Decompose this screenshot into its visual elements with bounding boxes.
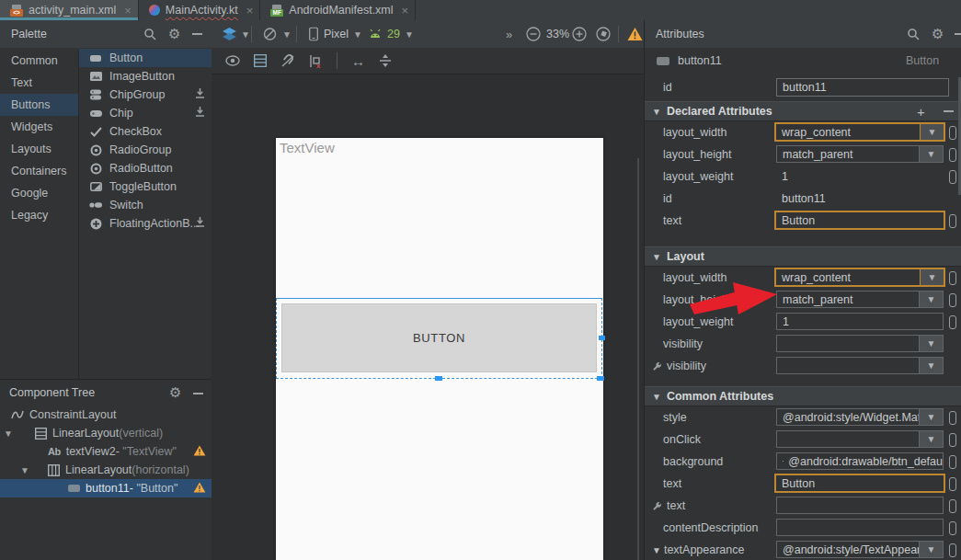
- close-icon[interactable]: ×: [402, 5, 409, 17]
- resize-handle-corner[interactable]: [597, 376, 604, 381]
- resize-handle-bottom[interactable]: [435, 376, 442, 381]
- chevron-down-icon[interactable]: ▼: [919, 291, 943, 307]
- palette-category-widgets[interactable]: Widgets: [0, 116, 78, 138]
- palette-category-containers[interactable]: Containers: [0, 160, 78, 182]
- resource-flag-icon[interactable]: [949, 455, 956, 469]
- contentdescription-input[interactable]: [776, 519, 944, 536]
- resource-flag-icon[interactable]: [949, 315, 956, 329]
- text-input[interactable]: Button: [774, 211, 945, 230]
- zoom-to-fit-icon[interactable]: [596, 27, 611, 41]
- collapse-arrow-icon[interactable]: ▼: [652, 252, 661, 262]
- zoom-out-icon[interactable]: [526, 27, 541, 41]
- tab-activity-main-xml[interactable]: <> activity_main.xml ×: [0, 0, 139, 20]
- chevron-down-icon[interactable]: ▼: [919, 146, 943, 162]
- resource-flag-icon[interactable]: [949, 271, 956, 285]
- gear-icon[interactable]: ⚙: [169, 386, 181, 400]
- id-value[interactable]: button11: [776, 189, 944, 207]
- resource-flag-icon[interactable]: [949, 411, 956, 425]
- add-attribute-button[interactable]: +: [917, 104, 925, 120]
- api-level-selector[interactable]: 29: [387, 28, 400, 40]
- section-declared-attributes[interactable]: ▼ Declared Attributes +: [645, 101, 961, 121]
- resource-flag-icon[interactable]: [949, 126, 956, 140]
- canvas-button[interactable]: BUTTON: [281, 303, 597, 372]
- resource-flag-icon[interactable]: [949, 521, 956, 535]
- remove-attribute-button[interactable]: [944, 110, 954, 112]
- resource-flag-icon[interactable]: [949, 293, 956, 307]
- resource-flag-icon[interactable]: [949, 433, 956, 447]
- text-input[interactable]: Button: [774, 474, 945, 493]
- layout-width-dropdown[interactable]: wrap_content ▼: [774, 268, 945, 287]
- palette-item-button[interactable]: Button: [79, 49, 212, 67]
- search-icon[interactable]: [907, 28, 920, 40]
- chevron-down-icon[interactable]: ▼: [919, 409, 943, 425]
- layout-height-dropdown[interactable]: match_parent ▼: [776, 145, 944, 163]
- palette-category-common[interactable]: Common: [0, 50, 78, 72]
- palette-item-imagebutton[interactable]: ImageButton: [79, 67, 212, 86]
- device-selector[interactable]: Pixel: [324, 28, 349, 40]
- selected-linearlayout-bounds[interactable]: BUTTON: [276, 298, 602, 379]
- resource-flag-icon[interactable]: [949, 170, 956, 184]
- chevron-down-icon[interactable]: ▼: [919, 336, 943, 351]
- resource-flag-icon[interactable]: [949, 214, 956, 228]
- palette-category-google[interactable]: Google: [0, 182, 78, 204]
- chevron-down-icon[interactable]: ▼: [919, 542, 943, 557]
- device-screen[interactable]: TextView BUTTON: [276, 138, 603, 560]
- design-scrollbar[interactable]: [637, 158, 639, 560]
- palette-category-layouts[interactable]: Layouts: [0, 138, 78, 160]
- resource-flag-icon[interactable]: [949, 477, 956, 491]
- chevron-down-icon[interactable]: ▼: [920, 269, 944, 285]
- palette-item-checkbox[interactable]: CheckBox: [79, 122, 212, 141]
- tools-visibility-dropdown[interactable]: ▼: [776, 357, 944, 374]
- resize-handle-right[interactable]: [599, 336, 605, 340]
- minimize-icon[interactable]: [192, 33, 202, 35]
- palette-item-floatingactionbutton[interactable]: FloatingActionB...: [79, 214, 212, 233]
- palette-item-radiogroup[interactable]: RadioGroup: [79, 141, 212, 159]
- orientation-icon[interactable]: [263, 28, 277, 41]
- tree-node-button11[interactable]: button11- "Button": [0, 479, 212, 497]
- section-layout[interactable]: ▼ Layout: [645, 246, 961, 267]
- collapse-arrow-icon[interactable]: ▼: [652, 545, 661, 555]
- section-common-attributes[interactable]: ▼ Common Attributes: [645, 386, 961, 406]
- background-input[interactable]: @android:drawable/btn_defau: [776, 452, 944, 470]
- tab-androidmanifest-xml[interactable]: MF AndroidManifest.xml ×: [260, 0, 416, 20]
- resource-flag-icon[interactable]: [949, 499, 956, 513]
- layout-weight-value[interactable]: 1: [776, 167, 944, 185]
- clear-constraints-icon[interactable]: x: [309, 54, 323, 68]
- resource-flag-icon[interactable]: [949, 543, 956, 557]
- minimize-icon[interactable]: [193, 393, 203, 394]
- collapse-arrow-icon[interactable]: ▼: [652, 107, 661, 117]
- view-options-eye-icon[interactable]: [225, 55, 240, 66]
- gear-icon[interactable]: ⚙: [168, 28, 180, 41]
- style-dropdown[interactable]: @android:style/Widget.Mat ▼: [776, 408, 944, 426]
- overflow-chevron[interactable]: »: [506, 28, 511, 41]
- tree-node-linearlayout-vertical[interactable]: ▼ LinearLayout(vertical): [0, 424, 212, 442]
- palette-item-togglebutton[interactable]: ToggleButton: [79, 177, 212, 196]
- chevron-down-icon[interactable]: ▼: [920, 124, 944, 140]
- close-icon[interactable]: ×: [246, 5, 254, 17]
- close-icon[interactable]: ×: [124, 5, 132, 17]
- autoconnect-off-magnet-icon[interactable]: [280, 54, 295, 68]
- layout-height-dropdown[interactable]: match_parent ▼: [776, 291, 944, 308]
- tools-text-input[interactable]: [776, 497, 944, 514]
- chevron-down-icon[interactable]: ▼: [241, 29, 250, 40]
- palette-item-switch[interactable]: Switch: [79, 196, 212, 214]
- onclick-dropdown[interactable]: ▼: [776, 430, 944, 448]
- gear-icon[interactable]: ⚙: [932, 28, 944, 41]
- chevron-down-icon[interactable]: ▼: [353, 29, 362, 40]
- infer-constraints-icon[interactable]: ↔: [351, 54, 365, 68]
- tab-mainactivity-kt[interactable]: MainActivity.kt ×: [139, 0, 261, 20]
- id-input[interactable]: button11: [776, 78, 949, 97]
- layout-weight-input[interactable]: 1: [776, 313, 944, 330]
- palette-item-radiobutton[interactable]: RadioButton: [79, 159, 212, 177]
- collapse-arrow-icon[interactable]: ▼: [652, 392, 661, 402]
- palette-category-legacy[interactable]: Legacy: [0, 204, 78, 226]
- palette-category-buttons[interactable]: Buttons: [0, 94, 78, 116]
- tree-node-textview2[interactable]: Ab textView2- "TextView": [0, 442, 212, 461]
- device-icon[interactable]: [309, 28, 318, 41]
- palette-item-chipgroup[interactable]: ChipGroup: [79, 86, 212, 104]
- pack-vertical-icon[interactable]: [379, 54, 392, 67]
- collapse-arrow-icon[interactable]: ▼: [20, 465, 29, 475]
- layout-width-dropdown[interactable]: wrap_content ▼: [774, 122, 945, 142]
- textappearance-dropdown[interactable]: @android:style/TextAppear ▼: [776, 541, 944, 558]
- warning-icon[interactable]: [627, 28, 643, 41]
